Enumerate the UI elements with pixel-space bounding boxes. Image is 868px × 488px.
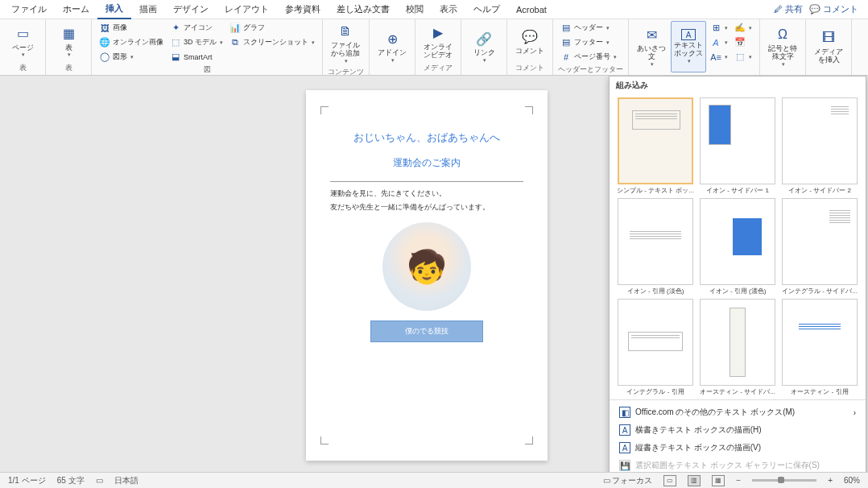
document-page[interactable]: おじいちゃん、おばあちゃんへ 運動会のご案内 運動会を見に、先にきてください。 … bbox=[306, 90, 548, 461]
doc-title[interactable]: おじいちゃん、おばあちゃんへ bbox=[330, 130, 523, 145]
quick-parts-button[interactable]: ⊞▾ bbox=[708, 21, 730, 35]
gallery-item-integral-sidebar[interactable]: インテグラル - サイドバ... bbox=[780, 198, 859, 296]
tab-design[interactable]: デザイン bbox=[165, 0, 217, 19]
doc-textbox[interactable]: 僕のでる競技 bbox=[370, 321, 483, 342]
gallery-item-austin-quote[interactable]: オースティン - 引用 bbox=[780, 299, 859, 396]
word-count[interactable]: 65 文字 bbox=[57, 475, 85, 486]
chart-button[interactable]: 📊グラフ bbox=[227, 21, 317, 35]
date-time-button[interactable]: 📅 bbox=[732, 35, 754, 49]
group-label: ヘッダーとフッター bbox=[558, 64, 623, 75]
language[interactable]: 日本語 bbox=[114, 475, 138, 486]
draw-vertical-textbox[interactable]: A縦書きテキスト ボックスの描画(V) bbox=[610, 439, 866, 457]
envelope-icon: ✉ bbox=[643, 26, 660, 43]
link-button[interactable]: 🔗リンク▾ bbox=[466, 21, 502, 72]
textbox-h-icon: A bbox=[619, 424, 630, 436]
tab-file[interactable]: ファイル bbox=[3, 0, 55, 19]
divider bbox=[330, 181, 523, 182]
tab-home[interactable]: ホーム bbox=[55, 0, 97, 19]
pages-button[interactable]: ▭ページ▾ bbox=[5, 21, 40, 62]
more-office-textboxes[interactable]: ◧Office.com のその他のテキスト ボックス(M)› bbox=[610, 403, 866, 421]
file-reuse-button[interactable]: 🗎ファイルから追加▾ bbox=[328, 21, 363, 66]
cube-icon: ⬚ bbox=[170, 37, 181, 48]
text-box-button[interactable]: Aテキストボックス▾ bbox=[671, 21, 706, 72]
zoom-level[interactable]: 60% bbox=[844, 476, 860, 485]
gallery-grid: シンプル - テキスト ボッ... イオン - サイドバー 1 イオン - サイ… bbox=[610, 94, 866, 399]
gallery-footer: ◧Office.com のその他のテキスト ボックス(M)› A横書きテキスト … bbox=[610, 399, 866, 472]
header-button[interactable]: ▤ヘッダー▾ bbox=[558, 21, 619, 35]
page-number-button[interactable]: #ページ番号▾ bbox=[558, 50, 619, 64]
signature-icon: ✍ bbox=[734, 23, 746, 34]
proofing-icon[interactable]: ▭ bbox=[96, 476, 103, 485]
comment-button[interactable]: 💬コメント bbox=[512, 21, 548, 62]
doc-paragraph[interactable]: 運動会を見に、先にきてください。 bbox=[330, 188, 523, 199]
picture-icon: 🖼 bbox=[99, 23, 110, 34]
crop-mark bbox=[320, 436, 329, 445]
object-button[interactable]: ⬚▾ bbox=[732, 50, 754, 64]
wordart-icon: A bbox=[710, 37, 721, 48]
gallery-item-ion-sidebar-2[interactable]: イオン - サイドバー 2 bbox=[780, 97, 859, 195]
gallery-item-ion-quote-dark[interactable]: イオン - 引用 (濃色) bbox=[698, 198, 777, 296]
drop-cap-button[interactable]: A≡▾ bbox=[708, 50, 730, 64]
tab-layout[interactable]: レイアウト bbox=[217, 0, 277, 19]
dropcap-icon: A≡ bbox=[710, 52, 721, 63]
page-count[interactable]: 1/1 ページ bbox=[8, 475, 46, 486]
footer-button[interactable]: ▤フッター▾ bbox=[558, 35, 619, 49]
media-insert-button[interactable]: 🎞メディアを挿入 bbox=[811, 21, 846, 72]
focus-mode[interactable]: ▭ フォーカス bbox=[603, 475, 653, 486]
wordart-button[interactable]: A▾ bbox=[708, 35, 730, 49]
doc-paragraph[interactable]: 友だちや先生と一緒に準備をがんばっています。 bbox=[330, 202, 523, 213]
ribbon: ▭ページ▾ 表 ▦表▾ 表 🖼画像 🌐オンライン画像 ◯図形▾ ✦アイコン ⬚3… bbox=[0, 19, 868, 76]
online-video-button[interactable]: ▶オンラインビデオ bbox=[420, 21, 456, 62]
draw-horizontal-textbox[interactable]: A横書きテキスト ボックスの描画(H) bbox=[610, 421, 866, 439]
save-icon: 💾 bbox=[619, 460, 630, 471]
gallery-item-integral-quote[interactable]: インテグラル - 引用 bbox=[616, 299, 695, 396]
print-layout-icon[interactable]: ▥ bbox=[688, 475, 701, 486]
pictures-button[interactable]: 🖼画像 bbox=[97, 21, 166, 35]
gallery-item-simple-textbox[interactable]: シンプル - テキスト ボッ... bbox=[616, 97, 695, 195]
3dmodel-button[interactable]: ⬚3D モデル▾ bbox=[167, 35, 225, 49]
status-bar: 1/1 ページ 65 文字 ▭ 日本語 ▭ フォーカス ▭ ▥ ▦ − + 60… bbox=[0, 472, 868, 488]
tab-insert[interactable]: 挿入 bbox=[97, 0, 131, 19]
smartart-button[interactable]: ⬓SmartArt bbox=[167, 50, 225, 64]
online-pictures-button[interactable]: 🌐オンライン画像 bbox=[97, 35, 166, 49]
greeting-text-button[interactable]: ✉あいさつ文▾ bbox=[634, 21, 669, 72]
zoom-in[interactable]: + bbox=[828, 476, 833, 485]
link-icon: 🔗 bbox=[475, 30, 493, 48]
screenshot-button[interactable]: ⧉スクリーンショット▾ bbox=[227, 35, 317, 49]
tab-mailings[interactable]: 差し込み文書 bbox=[329, 0, 398, 19]
comments-button[interactable]: 💬 コメント bbox=[809, 3, 858, 15]
shapes-button[interactable]: ◯図形▾ bbox=[97, 50, 166, 64]
zoom-slider[interactable] bbox=[752, 479, 816, 482]
addins-button[interactable]: ⊕アドイン▾ bbox=[374, 21, 410, 72]
gallery-item-austin-sidebar[interactable]: オースティン - サイドバ... bbox=[698, 299, 777, 396]
share-button[interactable]: 🖉 共有 bbox=[774, 3, 803, 15]
zoom-out[interactable]: − bbox=[736, 476, 741, 485]
icons-button[interactable]: ✦アイコン bbox=[167, 21, 225, 35]
tab-acrobat[interactable]: Acrobat bbox=[508, 2, 555, 18]
gallery-item-ion-quote-light[interactable]: イオン - 引用 (淡色) bbox=[616, 198, 695, 296]
page-icon: ▭ bbox=[14, 25, 31, 43]
symbols-button[interactable]: Ω記号と特殊文字▾ bbox=[765, 21, 800, 72]
group-label: 表 bbox=[51, 62, 86, 73]
gallery-item-ion-sidebar-1[interactable]: イオン - サイドバー 1 bbox=[698, 97, 777, 195]
header-icon: ▤ bbox=[560, 23, 572, 34]
web-layout-icon[interactable]: ▦ bbox=[712, 475, 725, 486]
tab-references[interactable]: 参考資料 bbox=[277, 0, 329, 19]
group-label bbox=[466, 72, 502, 73]
document-canvas[interactable]: おじいちゃん、おばあちゃんへ 運動会のご案内 運動会を見に、先にきてください。 … bbox=[0, 76, 868, 472]
calendar-icon: 📅 bbox=[734, 37, 746, 48]
tab-help[interactable]: ヘルプ bbox=[465, 0, 508, 19]
tab-view[interactable]: 表示 bbox=[432, 0, 465, 19]
signature-button[interactable]: ✍▾ bbox=[732, 21, 754, 35]
table-button[interactable]: ▦表▾ bbox=[51, 21, 86, 62]
photo-placeholder[interactable]: 🧒 bbox=[382, 222, 471, 311]
smartart-icon: ⬓ bbox=[170, 52, 181, 63]
tab-review[interactable]: 校閲 bbox=[398, 0, 432, 19]
omega-icon: Ω bbox=[774, 26, 792, 43]
group-label bbox=[374, 72, 410, 73]
tab-draw[interactable]: 描画 bbox=[131, 0, 165, 19]
doc-subtitle[interactable]: 運動会のご案内 bbox=[330, 156, 523, 170]
group-label: 図 bbox=[97, 64, 317, 75]
read-mode-icon[interactable]: ▭ bbox=[663, 475, 676, 486]
online-pic-icon: 🌐 bbox=[99, 37, 110, 48]
